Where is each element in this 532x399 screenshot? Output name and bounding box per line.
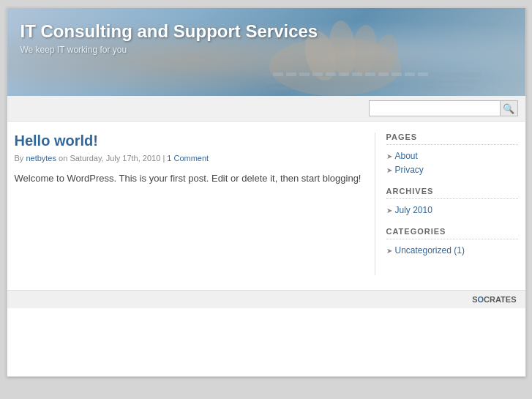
search-button[interactable]: 🔍	[501, 100, 518, 116]
search-input[interactable]	[369, 100, 501, 116]
sidebar: PAGES ➤ About ➤ Privacy ARCHIVES ➤ July …	[386, 133, 518, 275]
site-header: IT Consulting and Support Services We ke…	[7, 8, 525, 96]
post-meta: By netbytes on Saturday, July 17th, 2010…	[15, 154, 364, 163]
main-column: Hello world! By netbytes on Saturday, Ju…	[15, 133, 375, 275]
post-meta-on: on	[59, 154, 67, 163]
sidebar-categories-heading: CATEGORIES	[386, 227, 518, 239]
post-meta-by: By	[15, 154, 24, 163]
search-bar: 🔍	[7, 96, 525, 122]
svg-rect-10	[299, 72, 310, 76]
search-icon: 🔍	[503, 103, 514, 114]
svg-rect-9	[286, 72, 296, 76]
svg-rect-6	[266, 80, 478, 83]
svg-rect-16	[378, 72, 389, 76]
sidebar-archives-section: ARCHIVES ➤ July 2010	[386, 187, 518, 215]
footer: SOCRATES	[7, 290, 525, 308]
sidebar-link-uncategorized[interactable]: ➤ Uncategorized (1)	[386, 245, 518, 256]
bullet-arrow-icon: ➤	[386, 247, 392, 255]
svg-rect-13	[339, 72, 349, 76]
bullet-arrow-icon: ➤	[386, 206, 392, 215]
svg-rect-15	[365, 72, 375, 76]
sidebar-link-privacy[interactable]: ➤ Privacy	[386, 165, 518, 175]
footer-brand: SOCRATES	[472, 295, 516, 304]
bullet-arrow-icon: ➤	[386, 166, 392, 174]
post-comment-link[interactable]: 1 Comment	[167, 154, 209, 163]
svg-rect-17	[391, 72, 402, 76]
site-tagline: We keep IT working for you	[20, 45, 318, 55]
site-title: IT Consulting and Support Services	[20, 21, 318, 42]
sidebar-categories-section: CATEGORIES ➤ Uncategorized (1)	[386, 227, 518, 256]
sidebar-pages-section: PAGES ➤ About ➤ Privacy	[386, 133, 518, 175]
svg-rect-18	[405, 72, 415, 76]
sidebar-link-about[interactable]: ➤ About	[386, 151, 518, 161]
post-title: Hello world!	[15, 133, 364, 149]
bullet-arrow-icon: ➤	[386, 152, 392, 160]
sidebar-link-july2010[interactable]: ➤ July 2010	[386, 205, 518, 215]
svg-rect-7	[269, 86, 474, 90]
svg-rect-12	[326, 72, 336, 76]
content-area: Hello world! By netbytes on Saturday, Ju…	[7, 122, 525, 290]
svg-rect-14	[352, 72, 362, 76]
svg-rect-19	[418, 72, 428, 76]
sidebar-pages-heading: PAGES	[386, 133, 518, 145]
svg-rect-8	[273, 72, 283, 76]
post-author-link[interactable]: netbytes	[26, 154, 56, 163]
sidebar-archives-heading: ARCHIVES	[386, 187, 518, 199]
post-date: Saturday, July 17th, 2010	[70, 154, 160, 163]
post-content: Welcome to WordPress. This is your first…	[15, 171, 364, 187]
svg-rect-11	[312, 72, 323, 76]
